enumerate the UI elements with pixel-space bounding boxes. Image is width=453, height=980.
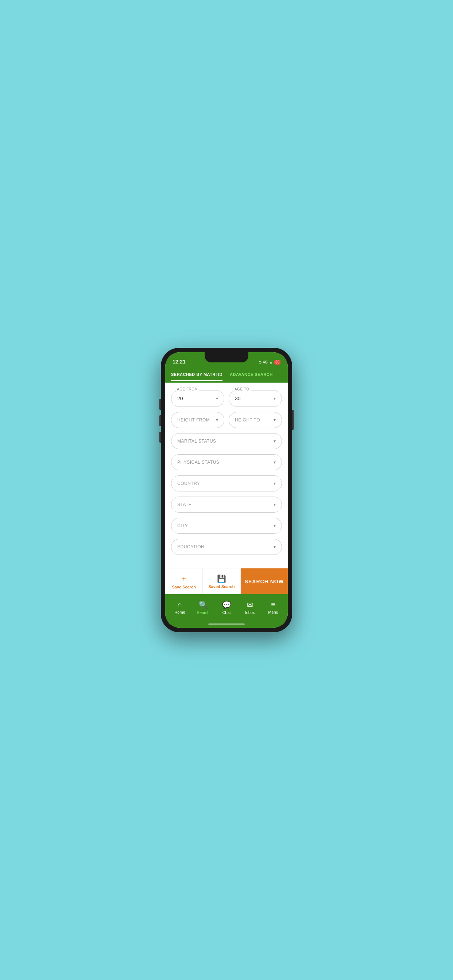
plus-icon: ＋ (180, 573, 187, 583)
height-from-dropdown[interactable]: HEIGHT FROM ▾ (171, 412, 224, 428)
tab-advance-search[interactable]: ADAVANCE SEARCH (230, 369, 273, 380)
nav-chat-label: Chat (222, 610, 231, 615)
nav-chat[interactable]: 💬 Chat (215, 600, 238, 615)
inbox-icon: ✉ (247, 600, 253, 609)
nav-home[interactable]: ⌂ Home (168, 600, 191, 614)
volume-up-button (160, 399, 161, 410)
height-to-placeholder: HEIGHT TO (235, 417, 260, 423)
battery-indicator: 35 (274, 360, 281, 364)
nav-search[interactable]: 🔍 Search (191, 600, 215, 615)
age-from-container: AGE FROM 20 ▾ (171, 390, 224, 407)
state-chevron-icon: ▾ (274, 502, 276, 507)
search-now-button[interactable]: SEARCH NOW (241, 568, 288, 594)
age-to-label: AGE TO (233, 387, 250, 391)
height-from-container: HEIGHT FROM ▾ (171, 412, 224, 428)
height-to-dropdown[interactable]: HEIGHT TO ▾ (229, 412, 282, 428)
phone-notch (205, 352, 248, 363)
bottom-nav: ⌂ Home 🔍 Search 💬 Chat ✉ Inbox ≡ Menu (165, 594, 288, 620)
age-from-dropdown[interactable]: 20 ▾ (171, 390, 224, 407)
country-container: COUNTRY ▾ (171, 476, 282, 492)
nav-menu-label: Menu (268, 610, 278, 614)
height-row: HEIGHT FROM ▾ HEIGHT TO ▾ (171, 412, 282, 428)
age-from-label: AGE FROM (175, 387, 199, 391)
country-dropdown[interactable]: COUNTRY ▾ (171, 476, 282, 492)
state-dropdown[interactable]: STATE ▾ (171, 496, 282, 512)
height-to-chevron-icon: ▾ (274, 417, 276, 423)
education-chevron-icon: ▾ (274, 544, 276, 549)
country-chevron-icon: ▾ (274, 481, 276, 486)
country-placeholder: COUNTRY (177, 481, 200, 486)
age-to-container: AGE TO 30 ▾ (229, 390, 282, 407)
city-container: CITY ▾ (171, 518, 282, 534)
age-to-chevron-icon: ▾ (274, 396, 276, 401)
home-bar (208, 624, 245, 625)
action-bar: ＋ Save Search 💾 Saved Search SEARCH NOW (165, 568, 288, 594)
marital-status-placeholder: MARITAL STATUS (177, 439, 216, 444)
home-indicator (165, 620, 288, 628)
education-placeholder: EDUCATION (177, 544, 204, 549)
state-placeholder: STATE (177, 502, 191, 507)
phone-screen: 12:21 ⊙ 4G ▲ 35 SERACHED BY MATRI ID ADA… (165, 352, 288, 628)
bookmark-icon: 💾 (217, 574, 226, 583)
save-search-label: Save Search (172, 585, 196, 589)
save-search-button[interactable]: ＋ Save Search (165, 568, 203, 594)
home-icon: ⌂ (178, 600, 182, 609)
age-row: AGE FROM 20 ▾ AGE TO 30 ▾ (171, 390, 282, 407)
chat-icon: 💬 (222, 600, 231, 609)
app-header: SERACHED BY MATRI ID ADAVANCE SEARCH (165, 367, 288, 383)
search-now-label: SEARCH NOW (245, 579, 284, 584)
city-chevron-icon: ▾ (274, 523, 276, 528)
signal-icon: 4G (263, 360, 268, 364)
volume-down-button (160, 415, 161, 426)
height-from-chevron-icon: ▾ (216, 417, 218, 423)
marital-status-chevron-icon: ▾ (274, 439, 276, 444)
height-from-placeholder: HEIGHT FROM (177, 417, 210, 423)
state-container: STATE ▾ (171, 496, 282, 512)
saved-search-button[interactable]: 💾 Saved Search (203, 568, 240, 594)
power-button (292, 410, 293, 430)
phone-frame: 12:21 ⊙ 4G ▲ 35 SERACHED BY MATRI ID ADA… (161, 348, 292, 632)
wifi-icon: ⊙ (258, 360, 262, 364)
physical-status-container: PHYSICAL STATUS ▾ (171, 454, 282, 470)
nav-menu[interactable]: ≡ Menu (262, 600, 285, 614)
search-icon: 🔍 (199, 600, 208, 609)
marital-status-container: MARITAL STATUS ▾ (171, 433, 282, 449)
age-to-dropdown[interactable]: 30 ▾ (229, 390, 282, 407)
physical-status-dropdown[interactable]: PHYSICAL STATUS ▾ (171, 454, 282, 470)
physical-status-placeholder: PHYSICAL STATUS (177, 460, 219, 465)
physical-status-chevron-icon: ▾ (274, 460, 276, 465)
signal-bars-icon: ▲ (269, 360, 273, 364)
saved-search-label: Saved Search (208, 584, 234, 589)
main-content: AGE FROM 20 ▾ AGE TO 30 ▾ (165, 383, 288, 568)
nav-inbox-label: Inbox (245, 610, 255, 615)
status-icons: ⊙ 4G ▲ 35 (258, 360, 281, 364)
height-to-container: HEIGHT TO ▾ (229, 412, 282, 428)
nav-search-label: Search (197, 610, 210, 615)
nav-inbox[interactable]: ✉ Inbox (238, 600, 262, 615)
city-placeholder: CITY (177, 523, 188, 528)
education-dropdown[interactable]: EDUCATION ▾ (171, 539, 282, 555)
nav-home-label: Home (174, 610, 185, 614)
education-container: EDUCATION ▾ (171, 539, 282, 555)
age-from-chevron-icon: ▾ (216, 396, 218, 401)
status-time: 12:21 (172, 359, 186, 364)
tab-matri-id[interactable]: SERACHED BY MATRI ID (171, 369, 222, 380)
age-to-value: 30 (235, 396, 241, 401)
age-from-value: 20 (177, 396, 183, 401)
city-dropdown[interactable]: CITY ▾ (171, 518, 282, 534)
volume-mute-button (160, 432, 161, 442)
marital-status-dropdown[interactable]: MARITAL STATUS ▾ (171, 433, 282, 449)
menu-icon: ≡ (271, 600, 275, 609)
